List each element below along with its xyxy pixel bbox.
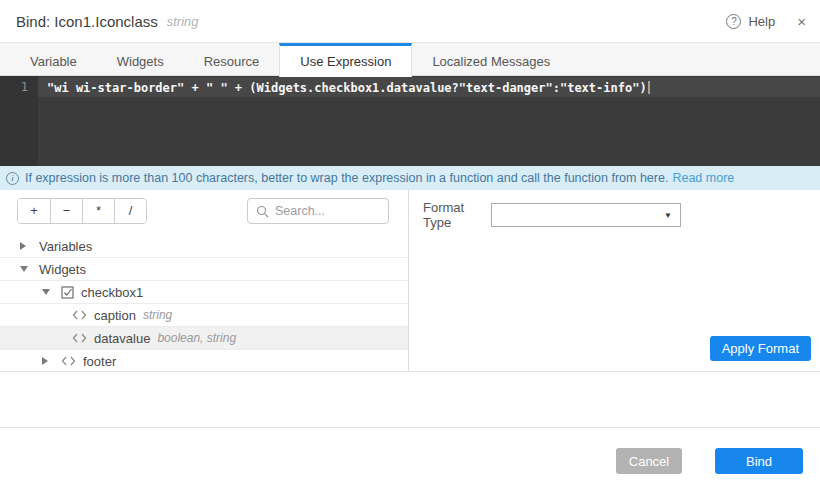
chevron-right-icon[interactable] <box>42 357 52 365</box>
tree-item-label: footer <box>83 354 116 369</box>
tree-item-label: Variables <box>39 239 92 254</box>
multiply-operator-button[interactable]: * <box>82 199 114 223</box>
close-icon[interactable]: × <box>797 14 806 29</box>
tree-item-widgets[interactable]: Widgets <box>0 258 408 281</box>
code-property-icon <box>72 333 87 343</box>
tree-item-label: Widgets <box>39 262 86 277</box>
tab-bar: Variable Widgets Resource Use Expression… <box>0 42 820 76</box>
tree-item-label: caption <box>94 308 136 323</box>
search-input[interactable] <box>275 204 380 218</box>
tree-item-label: checkbox1 <box>81 285 143 300</box>
help-icon[interactable]: ? <box>726 14 741 29</box>
chevron-right-icon[interactable] <box>20 242 30 250</box>
plus-operator-button[interactable]: + <box>18 199 50 223</box>
format-panel: Format Type ▼ Apply Format <box>409 190 820 371</box>
tree-item-label: datavalue <box>94 331 150 346</box>
line-number: 1 <box>0 77 28 97</box>
header-actions: ? Help × <box>726 14 806 29</box>
tree-item-variables[interactable]: Variables <box>0 235 408 258</box>
search-box[interactable] <box>247 198 389 224</box>
cancel-button[interactable]: Cancel <box>616 448 682 474</box>
tree-item-footer[interactable]: footer <box>0 350 408 373</box>
info-message: If expression is more than 100 character… <box>25 171 668 185</box>
main-content: + − * / Variables <box>0 190 820 372</box>
operator-button-group: + − * / <box>17 198 147 224</box>
tools-row: + − * / <box>17 198 389 224</box>
tab-localized-messages[interactable]: Localized Messages <box>412 43 570 77</box>
search-icon <box>256 205 269 218</box>
read-more-link[interactable]: Read more <box>672 171 734 185</box>
dialog-footer: Cancel Bind <box>0 428 820 489</box>
format-type-label: Format Type <box>423 200 491 230</box>
property-type-label: string <box>143 308 172 322</box>
text-cursor <box>648 81 650 94</box>
tab-widgets[interactable]: Widgets <box>97 43 184 77</box>
tree-item-checkbox1[interactable]: checkbox1 <box>0 281 408 304</box>
minus-operator-button[interactable]: − <box>50 199 82 223</box>
bind-dialog: Bind: Icon1.Iconclass string ? Help × Va… <box>0 0 820 489</box>
divide-operator-button[interactable]: / <box>114 199 146 223</box>
dropdown-arrow-icon: ▼ <box>664 211 672 220</box>
expression-editor[interactable]: 1 "wi wi-star-border" + " " + (Widgets.c… <box>0 76 820 166</box>
title-type-label: string <box>167 14 199 29</box>
chevron-down-icon[interactable] <box>42 289 52 295</box>
bind-button[interactable]: Bind <box>715 448 803 474</box>
editor-code-area[interactable]: "wi wi-star-border" + " " + (Widgets.che… <box>38 76 820 166</box>
tab-resource[interactable]: Resource <box>184 43 280 77</box>
code-property-icon <box>72 310 87 320</box>
editor-active-line[interactable]: "wi wi-star-border" + " " + (Widgets.che… <box>38 77 820 97</box>
tree-item-datavalue[interactable]: datavalue boolean, string <box>0 327 408 350</box>
checkbox-widget-icon <box>61 286 74 299</box>
info-bar: i If expression is more than 100 charact… <box>0 166 820 190</box>
expression-code[interactable]: "wi wi-star-border" + " " + (Widgets.che… <box>47 81 647 95</box>
expression-builder-panel: + − * / Variables <box>0 190 409 371</box>
code-property-icon <box>61 356 76 366</box>
dialog-header: Bind: Icon1.Iconclass string ? Help × <box>0 0 820 42</box>
tab-use-expression[interactable]: Use Expression <box>279 43 412 77</box>
bind-source-tree: Variables Widgets checkbox1 <box>0 235 408 373</box>
chevron-down-icon[interactable] <box>20 266 30 272</box>
format-type-row: Format Type ▼ <box>409 200 820 230</box>
editor-gutter: 1 <box>0 76 38 166</box>
apply-format-button[interactable]: Apply Format <box>710 336 811 361</box>
page-title: Bind: Icon1.Iconclass <box>16 13 158 30</box>
tab-variable[interactable]: Variable <box>10 43 97 77</box>
help-link[interactable]: Help <box>748 14 775 29</box>
content-divider <box>0 372 820 428</box>
property-type-label: boolean, string <box>157 331 236 345</box>
format-type-select[interactable]: ▼ <box>491 203 681 227</box>
info-icon: i <box>6 172 19 185</box>
tree-item-caption[interactable]: caption string <box>0 304 408 327</box>
